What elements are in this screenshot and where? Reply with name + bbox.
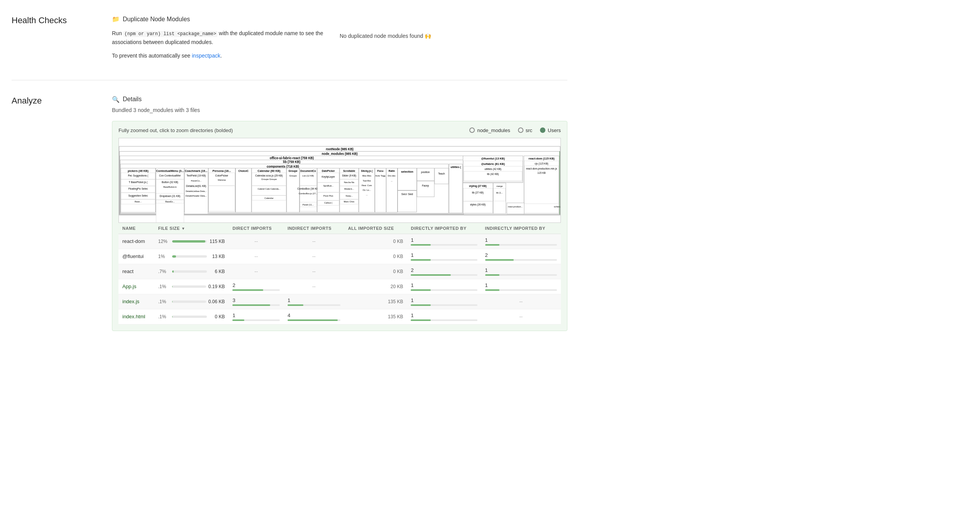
direct-imports-value: 3 xyxy=(232,297,280,303)
legend-label-src: src xyxy=(526,127,532,133)
cell-indirect-imports: -- xyxy=(284,264,344,279)
treemap-legend: node_modules src Users xyxy=(469,127,561,133)
svg-text:Shimme: Shimme xyxy=(218,179,226,181)
svg-text:Maro Chec: Maro Chec xyxy=(344,200,355,203)
direct-imports-bar-fill xyxy=(232,289,263,291)
treemap-toolbar: Fully zoomed out, click to zoom director… xyxy=(118,127,561,133)
cell-direct-imports: -- xyxy=(228,249,284,264)
svg-text:Facep: Facep xyxy=(422,184,429,187)
cell-all-imported-size: 20 KB xyxy=(344,279,407,294)
svg-text:utilities (: utilities ( xyxy=(450,166,461,169)
svg-rect-54 xyxy=(252,186,286,195)
cell-filesize: .7% 6 KB xyxy=(154,264,229,279)
indirectly-imported-by-bar xyxy=(485,274,557,276)
row-name-label: App.js xyxy=(122,284,136,289)
bar-fill-filesize xyxy=(172,301,173,303)
row-name-label: react xyxy=(122,268,134,274)
indirectly-imported-by-bar xyxy=(485,244,557,246)
cell-filesize: .1% 0.19 KB xyxy=(154,279,229,294)
bar-track-filesize xyxy=(172,301,206,303)
direct-imports-value: 1 xyxy=(232,312,280,318)
svg-rect-135 xyxy=(463,188,493,201)
cell-indirectly-imported-by: -- xyxy=(481,309,561,324)
cell-name: react-dom xyxy=(118,234,154,249)
svg-text:Pivot Pivo: Pivot Pivo xyxy=(323,195,333,197)
svg-text:DetailsList(61 KB): DetailsList(61 KB) xyxy=(186,185,206,188)
cell-all-imported-size: 135 KB xyxy=(344,309,407,324)
file-size-value: 0.06 KB xyxy=(208,299,225,304)
svg-text:...: ... xyxy=(366,194,368,196)
cell-filesize: 12% 115 KB xyxy=(154,234,229,249)
svg-rect-35 xyxy=(185,173,208,214)
row-name-label: index.js xyxy=(122,299,139,304)
col-indirectly-imported-by: INDIRECTLY IMPORTED BY xyxy=(481,223,561,234)
svg-text:Activ Togg: Activ Togg xyxy=(375,175,385,177)
file-size-pct: .1% xyxy=(158,284,170,289)
svg-rect-114 xyxy=(435,168,449,184)
svg-text:KeytipLayer: KeytipLayer xyxy=(322,175,335,178)
svg-text:@uifabric (81 KB): @uifabric (81 KB) xyxy=(481,162,505,166)
svg-text:office-ui-fabric-react (759 KB: office-ui-fabric-react (759 KB) xyxy=(270,156,314,160)
svg-text:Groupe: Groupe xyxy=(289,175,297,177)
col-all-imported-size: ALL IMPORTED SIZE xyxy=(344,223,407,234)
indirectly-imported-by-bar-fill xyxy=(485,259,514,261)
table-header: NAME FILE SIZE ▾ DIRECT IMPORTS INDIRECT… xyxy=(118,223,561,234)
bar-track-filesize xyxy=(172,270,207,273)
svg-text:List (12 KB): List (12 KB) xyxy=(302,175,314,177)
inspectpack-link[interactable]: inspectpack xyxy=(192,53,220,59)
analyze-section: Analyze 🔍 Details Bundled 3 node_modules… xyxy=(12,96,567,331)
svg-text:Groupe Groupe: Groupe Groupe xyxy=(261,178,277,180)
col-indirect-imports: INDIRECT IMPORTS xyxy=(284,223,344,234)
file-size-value: 6 KB xyxy=(209,269,225,274)
directly-imported-by-bar-fill xyxy=(411,289,431,291)
col-direct-imports: DIRECT IMPORTS xyxy=(228,223,284,234)
cell-indirectly-imported-by: 1 xyxy=(481,264,561,279)
svg-text:Persona (18...: Persona (18... xyxy=(213,169,231,173)
file-size-value: 0 KB xyxy=(209,314,225,319)
legend-label-node-modules: node_modules xyxy=(477,127,510,133)
indirectly-imported-by-value: 2 xyxy=(485,252,557,258)
svg-rect-141 xyxy=(494,188,506,201)
svg-text:Sway...: Sway... xyxy=(345,195,353,197)
svg-text:ComboBox.js (27...: ComboBox.js (27... xyxy=(299,192,318,195)
cell-directly-imported-by: 1 xyxy=(407,234,481,249)
svg-text:styling (27 KB): styling (27 KB) xyxy=(469,185,487,188)
direct-imports-bar xyxy=(232,319,280,321)
bar-container-filesize: .1% 0 KB xyxy=(158,314,225,319)
health-checks-section: Health Checks 📁 Duplicate Node Modules R… xyxy=(12,15,567,80)
directly-imported-by-value: 1 xyxy=(411,297,477,303)
cell-all-imported-size: 0 KB xyxy=(344,264,407,279)
search-icon: 🔍 xyxy=(112,96,120,103)
svg-text:Coachmark (19...: Coachmark (19... xyxy=(185,169,208,173)
direct-imports-bar xyxy=(232,289,280,291)
svg-text:Modal.b...: Modal.b... xyxy=(344,188,354,190)
col-filesize[interactable]: FILE SIZE ▾ xyxy=(154,223,229,234)
cell-all-imported-size: 0 KB xyxy=(344,249,407,264)
cell-indirect-imports: 1 xyxy=(284,294,344,309)
table-header-row: NAME FILE SIZE ▾ DIRECT IMPORTS INDIRECT… xyxy=(118,223,561,234)
treemap-visualization[interactable]: rootNode (985 KB) node_modules (985 KB) … xyxy=(118,138,561,223)
bar-fill-filesize xyxy=(172,316,173,318)
svg-text:Nav.ba Na: Nav.ba Na xyxy=(344,181,354,183)
file-size-pct: 1% xyxy=(158,254,170,259)
indirect-imports-bar-fill xyxy=(288,304,303,306)
svg-text:Calendar: Calendar xyxy=(264,197,273,199)
svg-text:Slider (9 KB): Slider (9 KB) xyxy=(342,174,356,177)
svg-text:merge: merge xyxy=(496,185,503,187)
directly-imported-by-bar-fill xyxy=(411,259,431,261)
analyze-details-title: Details xyxy=(123,96,142,103)
cell-direct-imports: -- xyxy=(228,234,284,249)
legend-circle-users xyxy=(540,127,545,133)
cell-all-imported-size: 135 KB xyxy=(344,294,407,309)
svg-text:Con ContextualMer: Con ContextualMer xyxy=(159,174,181,177)
file-size-pct: .1% xyxy=(158,314,170,319)
cell-directly-imported-by: 1 xyxy=(407,279,481,294)
table-row: App.js .1% 0.19 KB 2 --20 KB 1 1 xyxy=(118,279,561,294)
indirectly-imported-by-value: 1 xyxy=(485,267,557,273)
legend-circle-src xyxy=(518,127,523,133)
legend-label-users: Users xyxy=(548,127,561,133)
legend-users: Users xyxy=(540,127,561,133)
table-row: index.html .1% 0 KB 1 4 135 KB 1 -- xyxy=(118,309,561,324)
cell-indirectly-imported-by: 1 xyxy=(481,279,561,294)
cell-indirectly-imported-by: 2 xyxy=(481,249,561,264)
